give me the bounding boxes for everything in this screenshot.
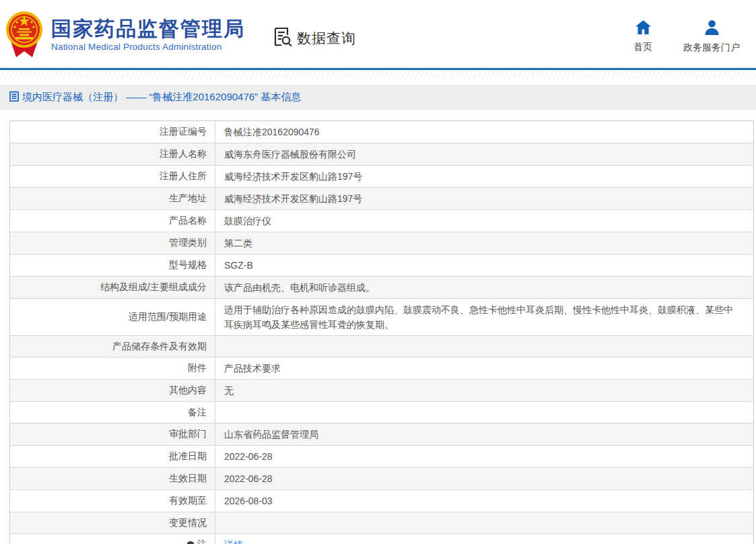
- note-icon: [186, 541, 195, 544]
- row-label: 型号规格: [10, 254, 215, 276]
- row-value: [215, 336, 753, 357]
- user-icon: [704, 20, 720, 37]
- detail-link[interactable]: 详情: [224, 539, 243, 544]
- table-row: 产品名称鼓膜治疗仪: [10, 210, 753, 232]
- breadcrumb-text: 境内医疗器械（注册） —— “鲁械注准20162090476” 基本信息: [22, 91, 301, 104]
- row-label: 有效期至: [10, 490, 215, 512]
- table-row: 备注: [10, 402, 753, 423]
- table-row: 注册证编号鲁械注准20162090476: [10, 121, 753, 143]
- row-value: 鼓膜治疗仪: [215, 210, 753, 232]
- row-value: [215, 512, 753, 533]
- row-label: 注: [10, 534, 215, 544]
- row-label: 生产地址: [10, 188, 215, 209]
- row-value: 山东省药品监督管理局: [215, 423, 753, 445]
- table-row: 型号规格SGZ-B: [10, 254, 753, 277]
- home-icon: [635, 20, 651, 36]
- data-query-label: 数据查询: [297, 29, 356, 48]
- row-label: 附件: [10, 358, 215, 379]
- watermark-strip: [0, 70, 756, 79]
- row-label: 注册人住所: [10, 166, 215, 187]
- row-value: 适用于辅助治疗各种原因造成的鼓膜内陷、鼓膜震动不良、急性卡他性中耳炎后期、慢性卡…: [215, 299, 753, 335]
- row-value: 鲁械注准20162090476: [215, 121, 753, 143]
- row-label: 变更情况: [10, 512, 215, 533]
- row-label: 生效日期: [10, 468, 215, 489]
- table-row: 变更情况: [10, 512, 753, 534]
- row-value: [215, 402, 753, 423]
- row-label: 批准日期: [10, 446, 215, 467]
- site-header: 国家药品监督管理局 National Medical Products Admi…: [0, 0, 756, 68]
- row-label: 产品储存条件及有效期: [10, 336, 215, 357]
- table-row: 有效期至2026-08-03: [10, 490, 753, 512]
- info-table: 注册证编号鲁械注准20162090476注册人名称威海东舟医疗器械股份有限公司注…: [9, 121, 754, 544]
- document-search-icon: [273, 27, 292, 50]
- nav-item-home[interactable]: 首页: [633, 20, 652, 54]
- table-row: 审批部门山东省药品监督管理局: [10, 423, 753, 446]
- table-row: 管理类别第二类: [10, 232, 753, 254]
- breadcrumb: 境内医疗器械（注册） —— “鲁械注准20162090476” 基本信息: [0, 85, 756, 110]
- row-label: 产品名称: [10, 210, 215, 232]
- row-value: 2022-06-28: [215, 468, 753, 489]
- header-nav: 首页 政务服务门户: [633, 0, 756, 54]
- row-value: SGZ-B: [215, 254, 753, 276]
- row-value: 威海经济技术开发区豹山路197号: [215, 188, 753, 209]
- table-row: 适用范围/预期用途适用于辅助治疗各种原因造成的鼓膜内陷、鼓膜震动不良、急性卡他性…: [10, 299, 753, 336]
- row-value: 产品技术要求: [215, 358, 753, 379]
- table-row: 产品储存条件及有效期: [10, 336, 753, 358]
- data-query-tab[interactable]: 数据查询: [273, 27, 356, 50]
- row-value: 威海经济技术开发区豹山路197号: [215, 166, 753, 187]
- row-label: 注册人名称: [10, 143, 215, 165]
- row-value: 详情: [215, 534, 753, 544]
- info-table-body: 注册证编号鲁械注准20162090476注册人名称威海东舟医疗器械股份有限公司注…: [10, 121, 753, 544]
- table-row: 生效日期2022-06-28: [10, 468, 753, 490]
- table-row: 其他内容无: [10, 380, 753, 402]
- national-emblem-icon: [5, 7, 43, 63]
- table-row: 附件产品技术要求: [10, 358, 753, 380]
- table-row: 注册人名称威海东舟医疗器械股份有限公司: [10, 143, 753, 166]
- table-row: 注册人住所威海经济技术开发区豹山路197号: [10, 166, 753, 188]
- row-value: 2022-06-28: [215, 446, 753, 467]
- table-row: 结构及组成/主要组成成分该产品由机壳、电机和听诊器组成。: [10, 277, 753, 299]
- nav-item-label: 首页: [633, 41, 652, 53]
- document-icon: [9, 91, 19, 104]
- row-value: 2026-08-03: [215, 490, 753, 512]
- site-title-cn: 国家药品监督管理局: [51, 18, 245, 40]
- row-value: 该产品由机壳、电机和听诊器组成。: [215, 277, 753, 298]
- nav-item-label: 政务服务门户: [683, 42, 740, 54]
- row-value: 威海东舟医疗器械股份有限公司: [215, 143, 753, 165]
- nav-item-portal[interactable]: 政务服务门户: [683, 20, 740, 54]
- site-title-en: National Medical Products Administration: [51, 42, 245, 52]
- row-label: 管理类别: [10, 232, 215, 254]
- row-value: 第二类: [215, 232, 753, 254]
- row-label: 备注: [10, 402, 215, 423]
- row-value: 无: [215, 380, 753, 401]
- site-title-block: 国家药品监督管理局 National Medical Products Admi…: [51, 0, 245, 52]
- nmpa-emblem-logo[interactable]: [5, 7, 43, 65]
- row-label: 审批部门: [10, 423, 215, 445]
- row-label: 其他内容: [10, 380, 215, 401]
- row-label: 适用范围/预期用途: [10, 299, 215, 335]
- table-row: 批准日期2022-06-28: [10, 446, 753, 468]
- row-label: 结构及组成/主要组成成分: [10, 277, 215, 298]
- table-row: 注详情: [10, 534, 753, 544]
- table-row: 生产地址威海经济技术开发区豹山路197号: [10, 188, 753, 210]
- row-label: 注册证编号: [10, 121, 215, 143]
